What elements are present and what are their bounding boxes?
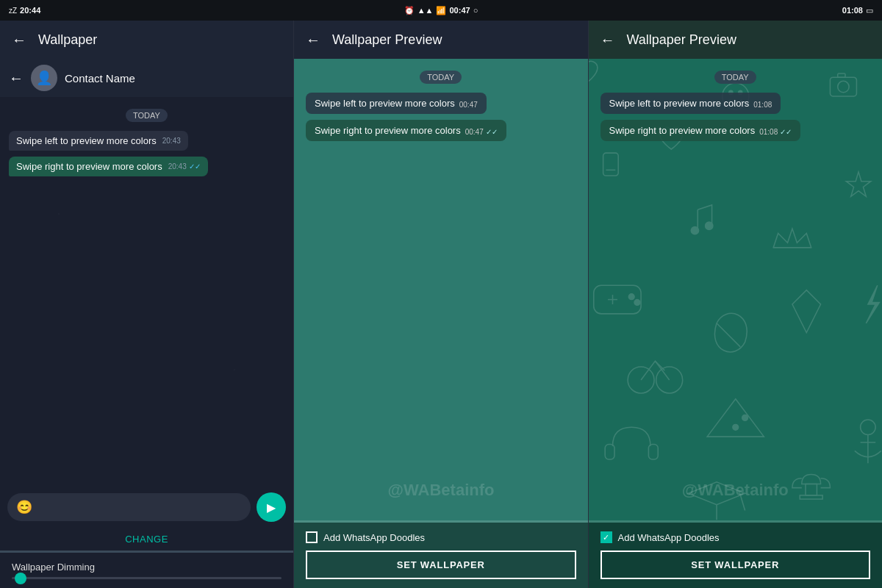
change-button[interactable]: CHANGE xyxy=(119,528,174,551)
status-left: zZ 20:44 xyxy=(0,0,294,21)
message-sent-p1: Swipe right to preview more colors 20:43… xyxy=(9,157,208,176)
status-bar: zZ 20:44 ⏰ ▲▲ 📶 00:47 ○ 01:08 ▭ xyxy=(0,0,882,21)
preview-msg-text-r2: Swipe left to preview more colors xyxy=(315,98,455,109)
set-wallpaper-button-3[interactable]: SET WALLPAPER xyxy=(600,551,871,579)
message-received-p1: Swipe left to preview more colors 20:43 xyxy=(9,131,188,151)
status-time-center: 00:47 xyxy=(449,6,470,15)
wallpaper-topbar: ← Wallpaper xyxy=(0,21,293,59)
preview-msg-received-2: Swipe left to preview more colors 00:47 xyxy=(306,93,487,114)
preview-title-2: Wallpaper Preview xyxy=(332,32,442,48)
preview-msg-received-3: Swipe left to preview more colors 01:08 xyxy=(600,93,781,114)
preview-bottom-3: ✓ Add WhatsApp Doodles SET WALLPAPER xyxy=(589,523,883,588)
dimming-label: Wallpaper Dimming xyxy=(12,562,282,573)
wallpaper-back-button[interactable]: ← xyxy=(12,32,26,49)
preview-title-3: Wallpaper Preview xyxy=(627,32,736,48)
contact-name: Contact Name xyxy=(65,72,135,85)
avatar: 👤 xyxy=(31,65,57,91)
preview-time-s3: 01:08 ✓✓ xyxy=(759,128,792,136)
preview-time-r3: 01:08 xyxy=(753,101,772,109)
doodles-label-3: Add WhatsApp Doodles xyxy=(618,532,720,543)
date-badge-p1: TODAY xyxy=(126,109,168,122)
preview-msg-sent-3: Swipe right to preview more colors 01:08… xyxy=(600,120,801,141)
date-badge-p3: TODAY xyxy=(714,71,756,84)
preview-msg-text-s2: Swipe right to preview more colors xyxy=(315,125,461,136)
chat-input-bar[interactable]: 😊 xyxy=(7,493,251,521)
status-time-right: 01:08 xyxy=(842,6,863,15)
doodles-row-3: ✓ Add WhatsApp Doodles xyxy=(600,531,871,543)
preview-msg-text-r3: Swipe left to preview more colors xyxy=(609,98,750,109)
chat-back-button[interactable]: ← xyxy=(9,70,24,87)
preview-time-s2: 00:47 ✓✓ xyxy=(465,128,498,136)
set-wallpaper-button-2[interactable]: SET WALLPAPER xyxy=(306,551,576,579)
checkmark-icon: ✓ xyxy=(603,533,609,542)
preview-time-r2: 00:47 xyxy=(459,101,478,109)
preview-ticks-2: ✓✓ xyxy=(486,128,498,136)
chat-preview: ← 👤 Contact Name TODAY Swipe left to pre… xyxy=(0,59,293,551)
preview-bottom-2: Add WhatsApp Doodles SET WALLPAPER xyxy=(294,523,588,588)
send-icon: ▶ xyxy=(267,501,276,514)
panels-container: ← Wallpaper ← 👤 Contact Name TODAY Swipe… xyxy=(0,21,882,588)
message-text-s1: Swipe right to preview more colors xyxy=(16,161,162,172)
preview-back-button-2[interactable]: ← xyxy=(306,32,320,49)
message-time-r1: 20:43 xyxy=(162,137,181,145)
preview-chat-body-3: TODAY Swipe left to preview more colors … xyxy=(589,59,883,520)
dimming-thumb[interactable] xyxy=(15,573,26,584)
preview-topbar-3: ← Wallpaper Preview xyxy=(589,21,883,59)
panel-preview-doodles: ← Wallpaper Preview xyxy=(589,21,883,588)
preview-back-button-3[interactable]: ← xyxy=(600,32,615,49)
status-zzz: zZ xyxy=(9,7,17,15)
doodles-checkbox-2[interactable] xyxy=(306,531,318,543)
message-time-s1: 20:43 ✓✓ xyxy=(168,162,201,171)
status-alarm-icon: ⏰ xyxy=(404,6,415,15)
wallpaper-title: Wallpaper xyxy=(38,32,97,48)
panel-wallpaper: ← Wallpaper ← 👤 Contact Name TODAY Swipe… xyxy=(0,21,294,588)
chat-body: TODAY Swipe left to preview more colors … xyxy=(0,97,293,487)
preview-ticks-3: ✓✓ xyxy=(780,128,792,136)
status-battery-icon: ▭ xyxy=(866,6,873,15)
doodles-checkbox-3[interactable]: ✓ xyxy=(600,531,612,543)
status-circle-icon: ○ xyxy=(473,6,478,15)
status-center: ⏰ ▲▲ 📶 00:47 ○ xyxy=(294,0,588,21)
preview-msg-sent-2: Swipe right to preview more colors 00:47… xyxy=(306,120,506,141)
dimming-slider[interactable] xyxy=(12,577,282,579)
change-button-container: CHANGE xyxy=(0,528,293,551)
doodles-row-2: Add WhatsApp Doodles xyxy=(306,531,576,543)
panel-preview-plain: ← Wallpaper Preview TODAY Swipe left to … xyxy=(294,21,589,588)
status-network-icon: ▲▲ xyxy=(417,6,434,15)
date-badge-p2: TODAY xyxy=(420,71,462,84)
status-right: 01:08 ▭ xyxy=(588,0,882,21)
status-signal-icon: 📶 xyxy=(436,6,446,15)
status-time-left: 20:44 xyxy=(20,6,40,15)
chat-input-area: 😊 ▶ xyxy=(0,487,293,528)
doodles-label-2: Add WhatsApp Doodles xyxy=(323,532,425,543)
send-button[interactable]: ▶ xyxy=(257,492,286,522)
preview-msg-text-s3: Swipe right to preview more colors xyxy=(609,125,756,136)
wallpaper-dimming-section: Wallpaper Dimming xyxy=(0,553,293,588)
emoji-icon[interactable]: 😊 xyxy=(16,499,32,515)
message-text-r1: Swipe left to preview more colors xyxy=(16,135,157,146)
preview-chat-body-2: TODAY Swipe left to preview more colors … xyxy=(294,59,588,520)
preview-topbar-2: ← Wallpaper Preview xyxy=(294,21,588,59)
ticks-s1: ✓✓ xyxy=(189,162,201,171)
chat-header: ← 👤 Contact Name xyxy=(0,59,293,97)
